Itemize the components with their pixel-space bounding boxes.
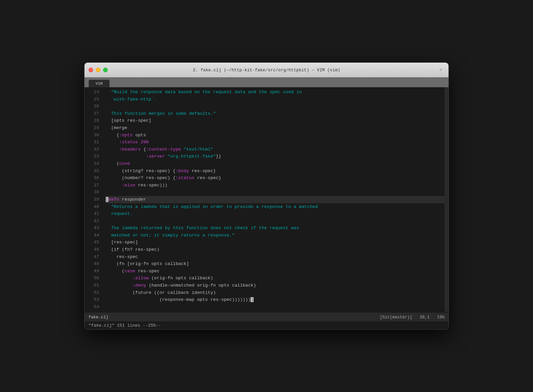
line-num-43: 43 <box>89 225 99 232</box>
line-num-35: 35 <box>89 167 99 175</box>
cmd-text: "fake.clj" 151 lines --25%-- <box>89 323 161 328</box>
code-line-25: `with-fake-http`. <box>106 96 444 103</box>
code-area: 24 25 26 27 28 29 30 31 32 33 34 35 36 3… <box>85 87 448 312</box>
line-num-39: 39 <box>89 196 99 203</box>
status-git: [Git(master)] <box>380 315 412 320</box>
code-line-29: (merge <box>106 124 444 132</box>
code-line-49: (case res-spec <box>106 268 444 275</box>
editor[interactable]: 24 25 26 27 28 29 30 31 32 33 34 35 36 3… <box>85 87 448 313</box>
code-line-53: (response-map opts res-spec)))))))) <box>106 296 444 303</box>
status-bar: fake.clj [Git(master)] 39,1 19% <box>85 313 448 321</box>
line-num-27: 27 <box>89 110 99 117</box>
maximize-button[interactable] <box>103 68 108 72</box>
code-line-26 <box>106 103 444 110</box>
line-num-26: 26 <box>89 103 99 110</box>
line-num-48: 48 <box>89 260 99 268</box>
code-line-40: "Returns a lambda that is applied in ord… <box>106 203 444 211</box>
window-title: 2. fake.clj (~/http-kit-fake/src/org/htt… <box>193 68 340 73</box>
line-num-36: 36 <box>89 174 99 182</box>
line-num-33: 33 <box>89 153 99 160</box>
status-percent: 19% <box>437 315 444 320</box>
code-line-35: (string? res-spec) {:body res-spec} <box>106 167 444 175</box>
expand-icon[interactable]: ⤢ <box>439 67 444 73</box>
minimize-button[interactable] <box>96 68 100 72</box>
code-line-31: :status 200 <box>106 139 444 146</box>
code-line-36: (number? res-spec) {:status res-spec} <box>106 174 444 182</box>
line-num-50: 50 <box>89 275 99 282</box>
code-line-34: (cond <box>106 160 444 167</box>
line-num-25: 25 <box>89 96 99 103</box>
line-num-24: 24 <box>89 89 99 96</box>
code-line-44: matched or not; it simply returns a resp… <box>106 232 444 239</box>
line-num-45: 45 <box>89 239 99 246</box>
code-line-38 <box>106 189 444 196</box>
status-info: [Git(master)] 39,1 19% <box>380 315 444 320</box>
code-line-39: (defn responder <box>106 196 444 203</box>
line-num-38: 38 <box>89 189 99 196</box>
code-line-52: (future ((or callback identity) <box>106 289 444 296</box>
status-position: 39,1 <box>420 315 430 320</box>
code-line-46: (if (fn? res-spec) <box>106 246 444 253</box>
line-num-28: 28 <box>89 117 99 124</box>
code-line-27: This function merges in some defaults." <box>106 110 444 117</box>
tab-vim[interactable]: vim <box>89 80 110 87</box>
line-num-46: 46 <box>89 246 99 253</box>
code-line-51: :deny (handle-unmatched orig-fn opts cal… <box>106 282 444 289</box>
line-num-31: 31 <box>89 139 99 146</box>
close-button[interactable] <box>89 68 93 72</box>
tab-bar: vim <box>85 77 448 87</box>
line-num-49: 49 <box>89 268 99 275</box>
line-num-44: 44 <box>89 232 99 239</box>
line-num-52: 52 <box>89 289 99 296</box>
status-filename: fake.clj <box>89 315 108 320</box>
line-num-32: 32 <box>89 146 99 153</box>
line-num-53: 53 <box>89 296 99 303</box>
line-num-41: 41 <box>89 210 99 218</box>
line-num-30: 30 <box>89 132 99 139</box>
line-num-29: 29 <box>89 124 99 132</box>
line-num-37: 37 <box>89 182 99 189</box>
code-line-41: request. <box>106 210 444 218</box>
code-line-33: :server "org.httpkit.fake"}} <box>106 153 444 160</box>
code-line-42 <box>106 218 444 225</box>
code-line-45: [res-spec] <box>106 239 444 246</box>
line-num-47: 47 <box>89 253 99 261</box>
line-num-42: 42 <box>89 218 99 225</box>
code-line-32: :headers {:content-type "text/html" <box>106 146 444 153</box>
code-line-47: res-spec <box>106 253 444 261</box>
code-line-30: {:opts opts <box>106 132 444 139</box>
code-line-24: "Build the response data based on the re… <box>106 89 444 96</box>
line-num-51: 51 <box>89 282 99 289</box>
traffic-lights <box>89 68 108 72</box>
code-content: "Build the response data based on the re… <box>102 87 444 312</box>
scrollbar[interactable] <box>444 87 448 312</box>
line-num-34: 34 <box>89 160 99 167</box>
code-line-37: :else res-spec))) <box>106 182 444 189</box>
command-line: "fake.clj" 151 lines --25%-- <box>85 321 448 329</box>
line-numbers: 24 25 26 27 28 29 30 31 32 33 34 35 36 3… <box>85 87 102 312</box>
line-num-54: 54 <box>89 303 99 311</box>
code-line-28: [opts res-spec] <box>106 117 444 124</box>
line-num-40: 40 <box>89 203 99 211</box>
code-line-50: :allow (orig-fn opts callback) <box>106 275 444 282</box>
vim-window: 2. fake.clj (~/http-kit-fake/src/org/htt… <box>84 62 449 330</box>
code-line-48: (fn [orig-fn opts callback] <box>106 260 444 268</box>
titlebar: 2. fake.clj (~/http-kit-fake/src/org/htt… <box>85 63 448 77</box>
code-line-43: The lambda returned by this function doe… <box>106 225 444 232</box>
code-line-54 <box>106 303 444 311</box>
